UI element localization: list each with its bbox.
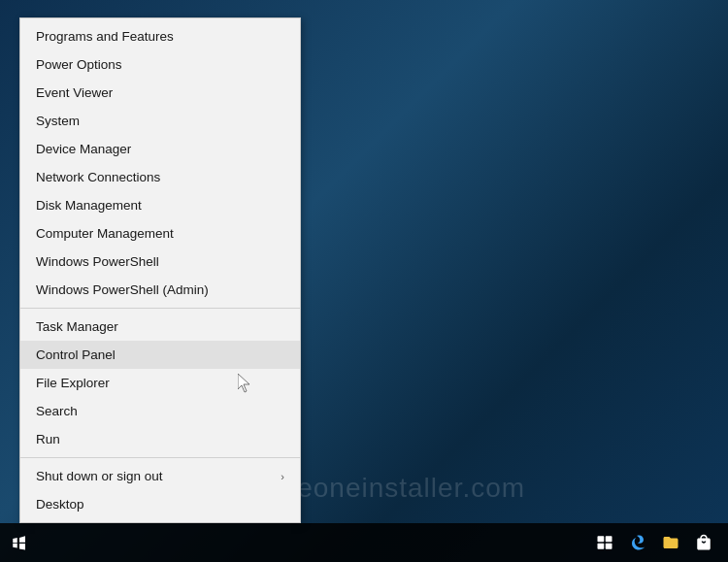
taskbar xyxy=(0,523,728,562)
svg-rect-0 xyxy=(598,536,605,542)
menu-item-label-windows-powershell: Windows PowerShell xyxy=(36,254,159,269)
menu-item-label-power-options: Power Options xyxy=(36,57,122,72)
start-button[interactable] xyxy=(0,523,39,562)
menu-item-programs-features[interactable]: Programs and Features xyxy=(20,22,300,50)
menu-item-windows-powershell-admin[interactable]: Windows PowerShell (Admin) xyxy=(20,276,300,304)
edge-icon[interactable] xyxy=(629,534,646,551)
menu-separator xyxy=(20,457,300,458)
menu-item-run[interactable]: Run xyxy=(20,425,300,453)
menu-item-shut-down-sign-out[interactable]: Shut down or sign out› xyxy=(20,462,300,490)
menu-item-network-connections[interactable]: Network Connections xyxy=(20,163,300,191)
svg-rect-2 xyxy=(598,544,605,549)
menu-item-disk-management[interactable]: Disk Management xyxy=(20,191,300,219)
menu-item-label-system: System xyxy=(36,114,80,128)
menu-item-label-desktop: Desktop xyxy=(36,497,84,512)
task-view-icon[interactable] xyxy=(596,534,613,551)
menu-item-device-manager[interactable]: Device Manager xyxy=(20,135,300,163)
desktop: softwareoneinstaller.com Programs and Fe… xyxy=(0,0,728,562)
menu-item-file-explorer[interactable]: File Explorer xyxy=(20,369,300,397)
menu-item-computer-management[interactable]: Computer Management xyxy=(20,219,300,248)
menu-item-power-options[interactable]: Power Options xyxy=(20,50,300,79)
menu-separator xyxy=(20,308,300,309)
menu-item-label-file-explorer: File Explorer xyxy=(36,376,110,390)
arrow-icon: › xyxy=(281,471,284,482)
menu-item-desktop[interactable]: Desktop xyxy=(20,490,300,518)
menu-item-label-computer-management: Computer Management xyxy=(36,226,174,241)
store-icon[interactable] xyxy=(695,534,712,551)
menu-item-label-task-manager: Task Manager xyxy=(36,319,118,334)
svg-rect-1 xyxy=(606,536,612,542)
menu-item-event-viewer[interactable]: Event Viewer xyxy=(20,79,300,107)
menu-item-label-device-manager: Device Manager xyxy=(36,142,131,156)
svg-rect-3 xyxy=(606,544,612,549)
menu-item-windows-powershell[interactable]: Windows PowerShell xyxy=(20,248,300,276)
menu-item-label-control-panel: Control Panel xyxy=(36,347,116,362)
file-explorer-icon[interactable] xyxy=(662,534,679,551)
menu-item-search[interactable]: Search xyxy=(20,397,300,425)
menu-item-system[interactable]: System xyxy=(20,107,300,135)
menu-item-control-panel[interactable]: Control Panel xyxy=(20,341,300,369)
menu-item-label-search: Search xyxy=(36,404,78,418)
menu-item-label-network-connections: Network Connections xyxy=(36,170,160,184)
context-menu: Programs and FeaturesPower OptionsEvent … xyxy=(19,17,301,523)
menu-item-label-programs-features: Programs and Features xyxy=(36,29,174,44)
taskbar-icons xyxy=(596,534,728,551)
menu-item-label-disk-management: Disk Management xyxy=(36,198,142,213)
menu-item-label-event-viewer: Event Viewer xyxy=(36,85,113,100)
menu-item-label-shut-down-sign-out: Shut down or sign out xyxy=(36,469,163,483)
windows-icon xyxy=(11,534,28,551)
menu-item-label-windows-powershell-admin: Windows PowerShell (Admin) xyxy=(36,282,209,297)
menu-item-label-run: Run xyxy=(36,432,60,446)
menu-item-task-manager[interactable]: Task Manager xyxy=(20,313,300,341)
